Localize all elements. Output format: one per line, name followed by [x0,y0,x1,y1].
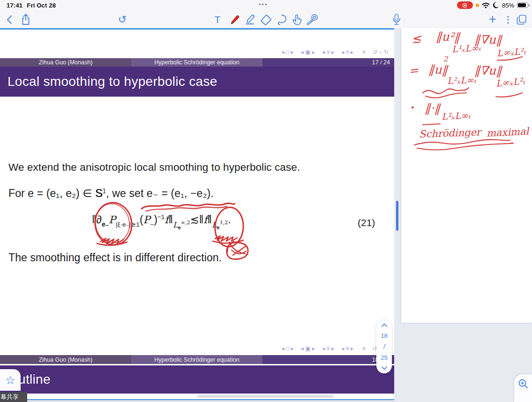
footline-title: Hyperbolic Schrödinger equation [131,355,262,364]
note-l1-norm2: ‖∇u‖ [474,32,502,46]
elements-tool-button[interactable] [305,10,320,29]
undo-button[interactable]: ↺ [115,10,129,29]
screen-share-border-top [0,28,394,30]
eraser-icon [260,14,272,25]
footline-author: Zihua Guo (Monash) [0,355,131,364]
note-l2-sub2: L∞ₓL²ₜ [495,76,525,88]
goodnotes-app-screen: 17:41Fri Oct 28 ••• [0,0,532,402]
wifi-icon [482,2,490,8]
note-l3-sub: L²ₓL∞ₜ [441,110,470,121]
eq-P: P [109,214,116,226]
note-l2-sub1: L²ₓL∞ₜ [447,75,476,86]
slide-frametitle: Local smoothing to hyperbolic case [0,67,394,97]
note-lesssim: ≲ [411,31,422,46]
eq-L-space-2: Le1,2 [212,220,228,229]
eq-norm-open: ‖∂ [92,213,102,226]
note-l3-norm: ‖·‖ [425,101,441,115]
status-bar: 17:41Fri Oct 28 ••• [0,0,532,10]
pen-icon [228,14,240,26]
page-down-button[interactable] [382,366,387,370]
note-schrodinger: Schrödinger [419,127,481,140]
more-options-button[interactable]: ⋮ [502,10,514,29]
lasso-icon [276,14,288,25]
note-maximal: maximal [486,126,529,139]
equation-21: ‖∂e₋P|ξ·e₋|≳1(P−)−1f‖Le∞,2≲‖f‖Le1,2. [92,213,231,226]
eq-L1: L [173,220,178,229]
back-button[interactable] [4,10,15,29]
chevron-left-icon [7,15,12,24]
document-canvas[interactable]: ◂ □ ▸ ◂ ▣ ▸ ◂ ≡ ▸ ◂ ≡ ▸ ≡ ↺ ○ ↻ Zihua Gu… [0,30,394,400]
kebab-menu-icon: ⋮ [504,15,513,24]
footline-page-number: 17 / 24 [262,58,394,67]
pointer-tool-button[interactable] [290,10,304,29]
eq-lesssim: ≲ [190,213,199,226]
top-chrome: 17:41Fri Oct 28 ••• [0,0,532,29]
handwritten-notes-page[interactable]: ≲ ‖u²‖ L¹ₓL∞ₜ ‖∇u‖ L∞ₓL²ₜ = 2 ‖u‖ L²ₓL∞ₜ… [401,28,532,323]
share-button[interactable] [19,10,33,29]
eq-norm-close: ‖ [169,213,173,226]
pen-tool-button[interactable] [227,10,241,29]
p2-blackboard-s: S [95,187,102,199]
note-l1-norm1: ‖u²‖ [436,30,460,44]
plus-icon: + [489,13,496,26]
date-text: Fri Oct 28 [27,2,56,9]
battery-fill [518,3,526,7]
p2-suffix: , we set e₋ = (e₁, −e₂). [106,187,213,199]
highlighter-tool-button[interactable] [243,10,257,29]
battery-percent-text: 85% [502,2,514,9]
beamer-nav-symbols-next: ◂ □ ▸ ◂ ▣ ▸ ◂ ≡ ▸ ◂ ≡ ▸ ≡ ↺ ○ ↻ [239,345,389,353]
p2-prefix: For e = (e₁, e₂) ∈ [8,187,95,199]
eq-L1-sub: e [178,225,181,230]
eq-L1-sup: ∞,2 [181,220,190,226]
total-page-number: 25 [381,355,387,361]
screen-share-badge[interactable]: 幕共享 [0,392,27,402]
audio-record-button[interactable] [390,10,403,29]
page-navigator: 18 / 25 [376,320,392,373]
footline-author: Zihua Guo (Monash) [0,58,131,67]
star-icon: ☆ [5,374,15,386]
status-time-date: 17:41Fri Oct 28 [7,2,56,9]
beamer-nav-symbols: ◂ □ ▸ ◂ ▣ ▸ ◂ ≡ ▸ ◂ ≡ ▸ ≡ ↺ ○ ↻ [239,48,389,56]
battery-nub [529,4,530,7]
eraser-tool-button[interactable] [259,10,273,29]
pointing-hand-icon [291,14,303,26]
add-page-button[interactable]: + [486,10,500,29]
page-slash: / [383,344,385,349]
vertical-scrollbar[interactable] [396,201,398,231]
eq-L2: L [212,220,217,229]
eq-f: f [165,214,168,226]
eq-inverse-sup: −1 [157,213,165,220]
eq-Pminus-sub: − [150,221,154,228]
note-l2-rel: = [408,63,420,78]
microphone-icon [392,14,401,26]
slide-paragraph-3: The smoothing effect is in different dir… [8,251,222,264]
status-more-dots[interactable]: ••• [259,1,268,8]
clock-text: 17:41 [7,2,22,9]
home-indicator[interactable] [197,395,334,398]
lasso-tool-button[interactable] [275,10,289,29]
note-l2-norm1: ‖u‖ [428,62,448,76]
favorite-bookmark-tab[interactable]: ☆ [0,369,21,391]
do-not-disturb-moon-icon [493,2,499,8]
battery-icon [517,2,528,8]
page-up-button[interactable] [382,323,387,327]
note-l2-exponent: 2 [443,55,448,63]
eq-L-space-1: Le∞,2 [173,220,190,229]
slide17-footline: Zihua Guo (Monash) Hyperbolic Schrödinge… [0,58,394,67]
eq-paren-close: ) [154,213,157,226]
eq-paren-open: ( [140,213,143,226]
slide-paragraph-2: For e = (e₁, e₂) ∈ S1, we set e₋ = (e₁, … [8,187,214,200]
share-icon [21,14,30,25]
text-tool-button[interactable]: T [211,10,224,29]
microphone-active-dot [476,4,479,7]
pages-icon [516,14,527,25]
current-page-number: 18 [381,333,387,339]
page-overview-button[interactable] [515,10,529,29]
note-l1-sub2: L∞ₓL²ₜ [496,46,526,58]
screen-recording-indicator[interactable] [457,1,473,9]
equation-number: (21) [358,217,375,228]
eq-L2-sup: 1,2 [220,220,228,226]
note-ink-strokes [401,28,532,323]
magnifier-tab[interactable] [514,374,532,402]
eq-norm2-close: ‖ [207,213,212,226]
